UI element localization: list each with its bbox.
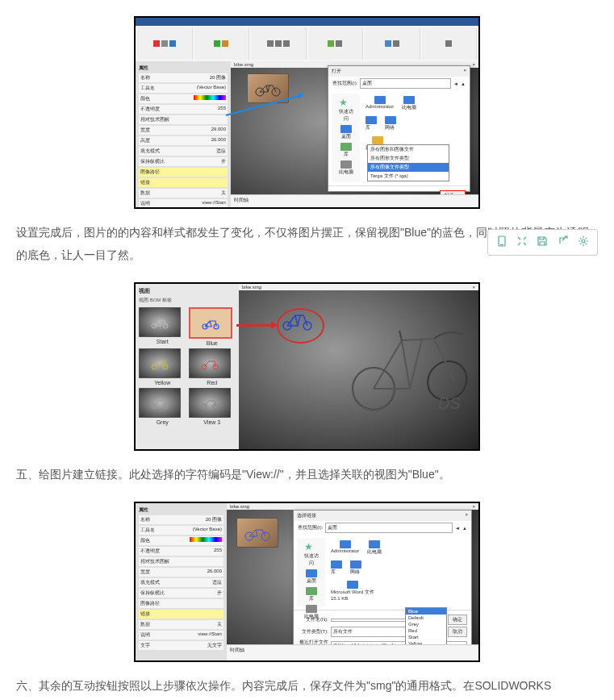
nav-lib[interactable]: 库: [338, 143, 354, 158]
bike-large: DS: [341, 300, 474, 415]
timeline-3[interactable]: 时间轴: [227, 644, 478, 660]
file-tab[interactable]: bike.smg: [242, 285, 261, 290]
close-icon[interactable]: ×: [463, 68, 466, 75]
up-icon[interactable]: ▲: [462, 526, 467, 531]
cancel-button[interactable]: 取消: [446, 207, 466, 209]
app-window: 属性 名称20·图像 工具名(Vector Base) 颜色 不透明度255 相…: [136, 18, 478, 207]
views-tabs[interactable]: 视图 BOM 标签: [139, 297, 236, 304]
file-tab[interactable]: bike.smg: [234, 62, 253, 67]
back-icon[interactable]: ◄: [455, 526, 460, 531]
back-icon[interactable]: ◄: [453, 81, 458, 86]
view-start[interactable]: Start: [139, 307, 186, 346]
timeline[interactable]: 时间轴: [231, 194, 478, 209]
app-titlebar: [136, 18, 478, 26]
link-row-3[interactable]: 链接: [139, 610, 223, 619]
up-icon[interactable]: ▲: [461, 81, 466, 86]
nav-pc[interactable]: 此电脑: [338, 160, 354, 176]
nav-lib[interactable]: 库: [303, 587, 320, 602]
view-blue[interactable]: Blue: [189, 307, 236, 346]
save-icon[interactable]: [533, 233, 551, 249]
nav-quick[interactable]: ★快速访问: [338, 97, 354, 123]
svg-point-4: [582, 240, 585, 243]
close-icon[interactable]: ×: [465, 512, 468, 519]
lookin-dropdown[interactable]: 桌面: [325, 523, 453, 533]
floating-toolbar: [487, 229, 598, 256]
views-panel: 视图 视图 BOM 标签 Start Blue Yellow Red Grey …: [136, 284, 239, 451]
lookin-dropdown[interactable]: 桌面: [360, 78, 451, 89]
dialog-title: 选择链接: [297, 512, 316, 519]
share-icon[interactable]: [554, 233, 572, 249]
nav-quick[interactable]: ★快速访问: [303, 541, 320, 567]
settings-icon[interactable]: [574, 233, 592, 249]
ok-button[interactable]: 确定: [448, 615, 467, 625]
ds-logo: DS: [438, 394, 461, 412]
image-path-row[interactable]: 图像路径: [139, 168, 228, 177]
app-window-3: 属性 名称20·图像 工具名(Vector Base) 颜色 不透明度255 相…: [136, 503, 478, 660]
mobile-icon[interactable]: [493, 233, 511, 249]
expand-icon[interactable]: [513, 233, 531, 249]
view-red[interactable]: Red: [189, 348, 236, 385]
view-grey[interactable]: Grey: [139, 388, 186, 425]
cancel-button[interactable]: 取消: [448, 627, 467, 637]
paragraph-3: 六、其余的互动按钮按照以上步骤依次操作。内容完成后，保存文件为"smg"的通用格…: [16, 674, 598, 700]
view-3[interactable]: View 3: [189, 388, 236, 425]
paragraph-2: 五、给图片建立链接。此处选择的字符编码是"View://"，并且选择关联的视图为…: [16, 463, 598, 485]
nav-desktop[interactable]: 桌面: [338, 125, 354, 140]
nav-desktop[interactable]: 桌面: [303, 569, 320, 585]
app-ribbon: [136, 26, 478, 61]
link-row[interactable]: 链接: [139, 178, 228, 187]
canvas-3[interactable]: bike.smg× 选择链接× 查找范围(I): 桌面 ◄ ▲ ★快速: [227, 503, 478, 660]
highlight-circle: [277, 308, 324, 344]
red-arrow: [236, 324, 273, 327]
view-yellow[interactable]: Yellow: [139, 348, 186, 385]
screenshot-1: 属性 名称20·图像 工具名(Vector Base) 颜色 不透明度255 相…: [134, 16, 480, 209]
properties-panel-3: 属性 名称20·图像 工具名(Vector Base) 颜色 不透明度255 相…: [136, 503, 227, 660]
screenshot-3: 属性 名称20·图像 工具名(Vector Base) 颜色 不透明度255 相…: [134, 502, 480, 662]
file-open-dialog: 打开× 查找范围(I): 桌面 ◄ ▲ ★快速访问 桌面 库 此电脑: [328, 65, 470, 192]
file-tab[interactable]: bike.smg: [230, 504, 249, 509]
views-title: 视图: [139, 287, 236, 295]
dialog-nav: ★快速访问 桌面 库 此电脑: [332, 94, 360, 182]
filetype-dropdown[interactable]: 所有图形和图像文件: [365, 207, 444, 209]
canvas[interactable]: bike.smg× 打开× 查找范围(I): 桌面 ◄ ▲ ★快速访问: [231, 61, 478, 209]
dialog-file-area[interactable]: Administrator 此电脑 库 网络 Microsoft Word 文件…: [328, 538, 468, 606]
svg-rect-3: [500, 244, 503, 245]
main-canvas[interactable]: bike.smg× DS: [239, 284, 478, 449]
link-dialog: 选择链接× 查找范围(I): 桌面 ◄ ▲ ★快速访问 桌面 库 此电脑: [293, 510, 472, 648]
properties-panel: 属性 名称20·图像 工具名(Vector Base) 颜色 不透明度255 相…: [136, 61, 231, 209]
panel-title: 属性: [139, 65, 228, 72]
screenshot-2: 视图 视图 BOM 标签 Start Blue Yellow Red Grey …: [134, 282, 480, 451]
app-body: 属性 名称20·图像 工具名(Vector Base) 颜色 不透明度255 相…: [136, 61, 478, 209]
dialog-title: 打开: [332, 68, 341, 75]
bike-thumbnail-3[interactable]: [236, 518, 278, 548]
filetype-options[interactable]: 所有图形和图像文件 所有图形文件类型 所有图像文件类型 Targa 文件 (*.…: [367, 144, 449, 181]
